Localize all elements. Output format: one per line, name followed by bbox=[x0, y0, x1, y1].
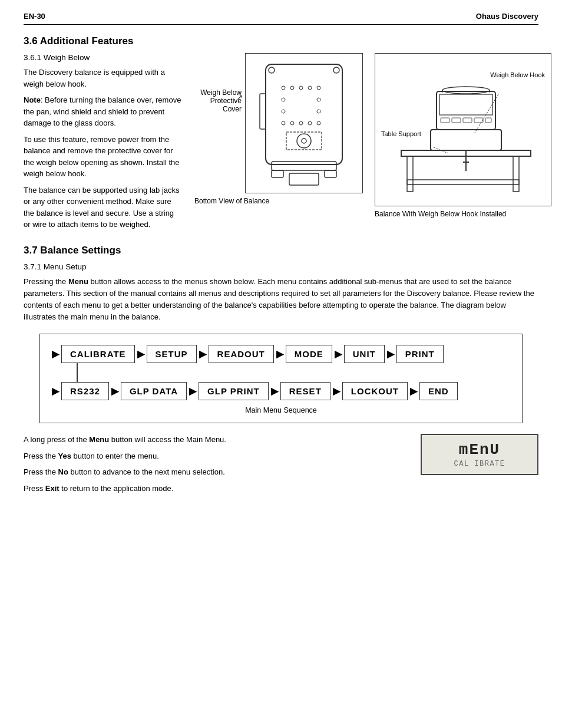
instructions-area: A long press of the Menu button will acc… bbox=[24, 434, 538, 499]
menu-item-reset: RESET bbox=[280, 382, 330, 400]
svg-point-9 bbox=[317, 98, 320, 101]
lead-arrow-1: ▶ bbox=[52, 348, 59, 360]
svg-point-14 bbox=[299, 121, 303, 125]
svg-rect-30 bbox=[437, 91, 495, 130]
svg-point-3 bbox=[282, 86, 285, 90]
menu-item-calibrate: CALIBRATE bbox=[61, 345, 135, 363]
arrow-6: ▶ bbox=[111, 386, 118, 397]
section-37-title: 3.7 Balance Settings bbox=[24, 245, 538, 256]
lcd-display: 𝕉𝔼𝔼𝕅 mEnU CAL IBRATE bbox=[421, 434, 538, 475]
cover-arrow: ↗ bbox=[237, 93, 243, 101]
menu-item-lockout: LOCKOUT bbox=[342, 382, 408, 400]
arrow-9: ▶ bbox=[333, 386, 340, 397]
svg-point-5 bbox=[299, 86, 303, 90]
lead-arrow-2: ▶ bbox=[52, 386, 59, 397]
menu-row-2: ▶ RS232 ▶ GLP DATA ▶ GLP PRINT ▶ RESET ▶… bbox=[52, 382, 510, 400]
menu-rows: ▶ CALIBRATE ▶ SETUP ▶ READOUT ▶ MODE ▶ U… bbox=[52, 345, 510, 400]
svg-point-11 bbox=[317, 110, 320, 113]
lcd-line2: CAL IBRATE bbox=[434, 460, 525, 468]
section-36: 3.6 Additional Features 3.6.1 Weigh Belo… bbox=[24, 35, 538, 235]
arrow-10: ▶ bbox=[410, 386, 417, 397]
page-number: EN-30 bbox=[24, 12, 45, 21]
cover-label: Weigh Below Protective Cover bbox=[194, 88, 242, 113]
menu-row-1: ▶ CALIBRATE ▶ SETUP ▶ READOUT ▶ MODE ▶ U… bbox=[52, 345, 510, 363]
menu-item-readout: READOUT bbox=[209, 345, 274, 363]
arrow-7: ▶ bbox=[189, 386, 196, 397]
instruction-3: Press the No button to advance to the ne… bbox=[24, 466, 391, 478]
section-37: 3.7 Balance Settings 3.7.1 Menu Setup Pr… bbox=[24, 245, 538, 499]
weigh-below-images: Weigh Below Protective Cover ↗ bbox=[194, 53, 551, 235]
table-label: Table Support bbox=[381, 130, 421, 137]
bottom-view-container: Weigh Below Protective Cover ↗ bbox=[194, 53, 363, 235]
svg-point-18 bbox=[297, 134, 311, 148]
page-header: EN-30 Ohaus Discovery bbox=[24, 12, 538, 25]
weigh-below-text: 3.6.1 Weigh Below The Discovery balance … bbox=[24, 53, 183, 235]
svg-rect-34 bbox=[463, 118, 472, 123]
menu-item-glpprint: GLP PRINT bbox=[199, 382, 269, 400]
svg-point-7 bbox=[317, 86, 320, 90]
svg-point-16 bbox=[317, 121, 320, 125]
hook-label: Weigh Below Hook bbox=[490, 71, 545, 78]
usage-text: To use this feature, remove power from t… bbox=[24, 134, 183, 180]
svg-point-6 bbox=[308, 86, 312, 90]
menu-item-print: PRINT bbox=[396, 345, 444, 363]
svg-point-1 bbox=[269, 67, 275, 73]
svg-point-8 bbox=[282, 98, 285, 101]
instruction-4: Press Exit to return to the application … bbox=[24, 483, 391, 495]
support-text: The balance can be supported using lab j… bbox=[24, 185, 183, 230]
svg-point-19 bbox=[302, 139, 306, 143]
bottom-view-diagram bbox=[245, 53, 363, 193]
menu-description: Pressing the Menu button allows access t… bbox=[24, 276, 538, 324]
side-view-svg bbox=[384, 62, 543, 197]
svg-point-15 bbox=[308, 121, 312, 125]
menu-item-end: END bbox=[419, 382, 458, 400]
bottom-view-svg bbox=[254, 58, 354, 188]
svg-rect-17 bbox=[286, 132, 322, 150]
connector-down bbox=[52, 363, 510, 382]
svg-rect-21 bbox=[272, 170, 283, 177]
side-view-container: Weigh Below Hook Table Support bbox=[375, 53, 551, 235]
lcd-menu-text: mEnU bbox=[434, 441, 525, 459]
menu-diagram: ▶ CALIBRATE ▶ SETUP ▶ READOUT ▶ MODE ▶ U… bbox=[39, 334, 523, 423]
intro-text: The Discovery balance is equipped with a… bbox=[24, 67, 183, 90]
side-view-diagram: Weigh Below Hook Table Support bbox=[375, 53, 551, 206]
arrow-1: ▶ bbox=[137, 348, 144, 360]
product-name: Ohaus Discovery bbox=[476, 12, 538, 21]
svg-point-37 bbox=[442, 87, 490, 94]
svg-point-2 bbox=[333, 67, 339, 73]
svg-rect-24 bbox=[289, 173, 319, 185]
menu-item-setup: SETUP bbox=[147, 345, 197, 363]
arrow-2: ▶ bbox=[199, 348, 206, 360]
subsection-361-title: 3.6.1 Weigh Below bbox=[24, 53, 183, 62]
menu-item-glpdata: GLP DATA bbox=[121, 382, 187, 400]
bottom-view-caption: Bottom View of Balance bbox=[194, 197, 269, 205]
svg-rect-28 bbox=[407, 180, 519, 185]
svg-point-4 bbox=[290, 86, 294, 90]
svg-rect-35 bbox=[474, 118, 483, 123]
note-text: Note: Before turning the balance over, r… bbox=[24, 94, 183, 129]
menu-item-mode: MODE bbox=[286, 345, 332, 363]
menu-item-unit: UNIT bbox=[344, 345, 385, 363]
diagram-caption: Main Menu Sequence bbox=[52, 406, 510, 414]
svg-rect-32 bbox=[441, 118, 449, 123]
arrow-5: ▶ bbox=[387, 348, 394, 360]
side-view-caption: Balance With Weigh Below Hook Installed bbox=[375, 210, 506, 218]
instruction-2: Press the Yes button to enter the menu. bbox=[24, 450, 391, 462]
subsection-371-title: 3.7.1 Menu Setup bbox=[24, 262, 538, 271]
svg-rect-26 bbox=[407, 156, 413, 192]
svg-rect-23 bbox=[260, 94, 266, 129]
svg-rect-31 bbox=[439, 94, 492, 115]
arrow-4: ▶ bbox=[335, 348, 342, 360]
arrow-3: ▶ bbox=[276, 348, 283, 360]
svg-point-13 bbox=[290, 121, 294, 125]
menu-item-rs232: RS232 bbox=[61, 382, 109, 400]
svg-rect-29 bbox=[431, 130, 501, 150]
instructions-text: A long press of the Menu button will acc… bbox=[24, 434, 391, 499]
svg-rect-20 bbox=[272, 162, 336, 170]
instruction-1: A long press of the Menu button will acc… bbox=[24, 434, 391, 446]
svg-point-10 bbox=[282, 110, 285, 113]
svg-rect-27 bbox=[513, 156, 519, 192]
arrow-8: ▶ bbox=[271, 386, 278, 397]
section-36-title: 3.6 Additional Features bbox=[24, 35, 538, 47]
weigh-below-section: 3.6.1 Weigh Below The Discovery balance … bbox=[24, 53, 538, 235]
